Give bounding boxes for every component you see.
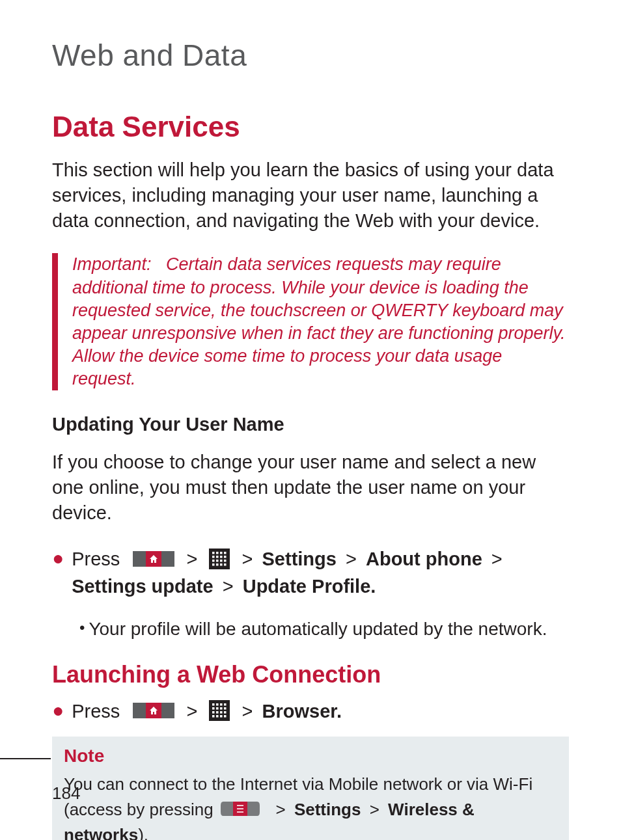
path-update-profile: Update Profile. bbox=[243, 576, 376, 597]
path-settings: Settings bbox=[262, 549, 337, 569]
separator: > bbox=[370, 800, 380, 819]
svg-rect-12 bbox=[216, 560, 219, 562]
step-update-profile: ● Press > > Settings > Abo bbox=[52, 545, 569, 600]
press-label: Press bbox=[72, 701, 120, 722]
path-settings-update: Settings update bbox=[72, 576, 214, 597]
svg-rect-23 bbox=[216, 703, 219, 706]
section-heading-data-services: Data Services bbox=[52, 111, 569, 143]
subheading-launching-web: Launching a Web Connection bbox=[52, 661, 569, 688]
svg-rect-37 bbox=[224, 715, 227, 718]
separator: > bbox=[491, 549, 503, 569]
svg-rect-33 bbox=[224, 711, 227, 714]
path-about-phone: About phone bbox=[366, 549, 482, 569]
svg-rect-9 bbox=[220, 556, 223, 558]
svg-rect-21 bbox=[209, 700, 230, 721]
svg-rect-16 bbox=[216, 563, 219, 566]
svg-rect-29 bbox=[224, 707, 227, 710]
menu-key-icon bbox=[221, 800, 260, 817]
section1-body: If you choose to change your user name a… bbox=[52, 450, 569, 526]
svg-rect-8 bbox=[216, 556, 219, 558]
important-text: Certain data services requests may requi… bbox=[72, 254, 565, 388]
intro-paragraph: This section will help you learn the bas… bbox=[52, 157, 569, 234]
svg-rect-5 bbox=[220, 552, 223, 554]
svg-rect-28 bbox=[220, 707, 223, 710]
separator: > bbox=[186, 701, 197, 722]
step-launch-browser: ● Press > > Browser. bbox=[52, 698, 569, 725]
svg-rect-22 bbox=[212, 703, 215, 706]
svg-rect-17 bbox=[220, 563, 223, 566]
svg-rect-11 bbox=[212, 560, 215, 562]
apps-grid-icon bbox=[209, 549, 230, 569]
svg-rect-35 bbox=[216, 715, 219, 718]
svg-rect-7 bbox=[212, 556, 215, 558]
note-title: Note bbox=[64, 746, 557, 766]
home-key-icon bbox=[133, 701, 174, 720]
svg-rect-18 bbox=[224, 563, 227, 566]
page-number: 184 bbox=[52, 783, 80, 804]
note-callout: Note You can connect to the Internet via… bbox=[52, 737, 569, 840]
path-settings: Settings bbox=[294, 800, 361, 819]
svg-rect-2 bbox=[209, 549, 230, 569]
important-label: Important: bbox=[72, 254, 152, 274]
svg-rect-13 bbox=[220, 560, 223, 562]
separator: > bbox=[346, 549, 357, 569]
svg-rect-27 bbox=[216, 707, 219, 710]
press-label: Press bbox=[72, 549, 120, 569]
home-key-icon bbox=[133, 550, 174, 568]
separator: > bbox=[223, 576, 234, 597]
svg-rect-25 bbox=[224, 703, 227, 706]
subheading-updating-user-name: Updating Your User Name bbox=[52, 414, 569, 435]
svg-rect-31 bbox=[216, 711, 219, 714]
svg-rect-24 bbox=[220, 703, 223, 706]
svg-rect-30 bbox=[212, 711, 215, 714]
svg-rect-10 bbox=[224, 556, 227, 558]
note-tail: ). bbox=[138, 825, 148, 840]
thumb-index-line bbox=[0, 758, 51, 759]
svg-rect-34 bbox=[212, 715, 215, 718]
svg-rect-6 bbox=[224, 552, 227, 554]
svg-rect-3 bbox=[212, 552, 215, 554]
substep-text: Your profile will be automatically updat… bbox=[89, 616, 547, 642]
svg-rect-26 bbox=[212, 707, 215, 710]
chapter-title: Web and Data bbox=[52, 38, 569, 73]
svg-rect-14 bbox=[224, 560, 227, 562]
separator: > bbox=[275, 800, 285, 819]
bullet-icon: ● bbox=[52, 545, 64, 571]
svg-rect-32 bbox=[220, 711, 223, 714]
substep-profile-updated: • Your profile will be automatically upd… bbox=[79, 616, 569, 642]
bullet-icon: ● bbox=[52, 698, 64, 723]
separator: > bbox=[186, 549, 197, 569]
bullet-icon: • bbox=[79, 616, 85, 640]
separator: > bbox=[242, 549, 253, 569]
separator: > bbox=[242, 701, 253, 722]
apps-grid-icon bbox=[209, 700, 230, 721]
important-callout: Important: Certain data services request… bbox=[52, 253, 569, 390]
path-browser: Browser. bbox=[262, 701, 342, 722]
svg-rect-15 bbox=[212, 563, 215, 566]
svg-rect-36 bbox=[220, 715, 223, 718]
svg-rect-4 bbox=[216, 552, 219, 554]
